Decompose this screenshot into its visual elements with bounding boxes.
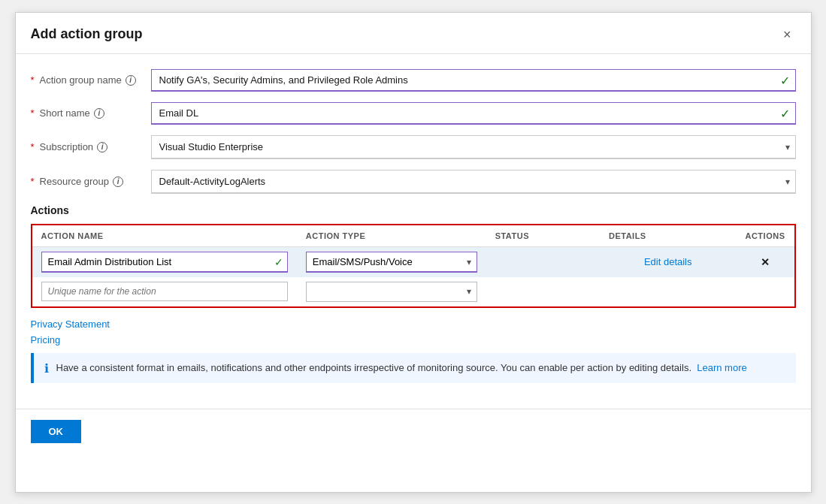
empty-action-name-cell bbox=[32, 277, 297, 306]
required-star: * bbox=[31, 176, 35, 187]
short-name-control: ✓ bbox=[151, 102, 796, 125]
delete-cell: ✕ bbox=[736, 246, 794, 277]
privacy-statement-item: Privacy Statement bbox=[31, 318, 796, 330]
empty-type-select-wrapper: Email/SMS/Push/Voice Automation Runbook … bbox=[306, 282, 477, 302]
empty-status-cell bbox=[486, 277, 600, 306]
table-empty-row: Email/SMS/Push/Voice Automation Runbook … bbox=[32, 277, 794, 306]
dialog-header: Add action group × bbox=[16, 13, 811, 54]
info-banner-icon: ℹ bbox=[44, 361, 49, 376]
info-banner: ℹ Have a consistent format in emails, no… bbox=[31, 353, 796, 383]
short-name-info-icon[interactable]: i bbox=[94, 108, 104, 119]
action-group-name-control: ✓ bbox=[151, 69, 796, 92]
pricing-item: Pricing bbox=[31, 334, 796, 346]
links-section: Privacy Statement Pricing bbox=[31, 318, 796, 346]
action-group-name-input[interactable] bbox=[151, 69, 796, 92]
subscription-select[interactable]: Visual Studio Enterprise bbox=[151, 135, 796, 159]
new-action-type-select[interactable]: Email/SMS/Push/Voice Automation Runbook … bbox=[306, 282, 477, 302]
action-group-name-check-icon: ✓ bbox=[780, 73, 790, 87]
empty-details-cell bbox=[600, 277, 737, 306]
label-text: Resource group bbox=[40, 176, 110, 187]
info-banner-text: Have a consistent format in emails, noti… bbox=[56, 361, 747, 376]
resource-group-control: Default-ActivityLogAlerts ▾ bbox=[151, 170, 796, 194]
subscription-row: * Subscription i Visual Studio Enterpris… bbox=[31, 135, 796, 159]
col-header-actions: ACTIONS bbox=[736, 225, 794, 247]
edit-details-link[interactable]: Edit details bbox=[644, 256, 692, 267]
close-button[interactable]: × bbox=[779, 25, 796, 44]
label-text: Subscription bbox=[40, 141, 94, 152]
actions-section-title: Actions bbox=[31, 204, 796, 216]
subscription-control: Visual Studio Enterprise ▾ bbox=[151, 135, 796, 159]
action-type-cell: Email/SMS/Push/Voice Automation Runbook … bbox=[297, 246, 486, 277]
actions-section: Actions ACTION NAME ACTION TYPE STATUS D… bbox=[31, 204, 796, 383]
label-text: Action group name bbox=[40, 74, 122, 86]
resource-group-row: * Resource group i Default-ActivityLogAl… bbox=[31, 170, 796, 194]
subscription-label: * Subscription i bbox=[31, 141, 151, 152]
short-name-row: * Short name i ✓ bbox=[31, 102, 796, 125]
actions-table-wrapper: ACTION NAME ACTION TYPE STATUS DETAILS A… bbox=[31, 224, 796, 308]
required-star: * bbox=[31, 107, 35, 119]
actions-table: ACTION NAME ACTION TYPE STATUS DETAILS A… bbox=[32, 225, 794, 306]
dialog-body: * Action group name i ✓ * Short name i ✓ bbox=[16, 54, 811, 403]
action-group-name-label: * Action group name i bbox=[31, 74, 151, 86]
required-star: * bbox=[31, 141, 35, 152]
dialog-footer: OK bbox=[16, 409, 811, 454]
actions-table-head: ACTION NAME ACTION TYPE STATUS DETAILS A… bbox=[32, 225, 794, 247]
col-header-action-name: ACTION NAME bbox=[32, 225, 297, 247]
action-type-select[interactable]: Email/SMS/Push/Voice Automation Runbook … bbox=[306, 252, 477, 273]
short-name-label: * Short name i bbox=[31, 107, 151, 119]
col-header-status: STATUS bbox=[486, 225, 600, 247]
delete-action-icon[interactable]: ✕ bbox=[761, 256, 770, 268]
action-name-field[interactable] bbox=[41, 252, 288, 273]
privacy-statement-link[interactable]: Privacy Statement bbox=[31, 318, 110, 330]
actions-table-header-row: ACTION NAME ACTION TYPE STATUS DETAILS A… bbox=[32, 225, 794, 247]
col-header-action-type: ACTION TYPE bbox=[297, 225, 486, 247]
short-name-input[interactable] bbox=[151, 102, 796, 125]
resource-group-select-wrapper: Default-ActivityLogAlerts ▾ bbox=[151, 170, 796, 194]
resource-group-select[interactable]: Default-ActivityLogAlerts bbox=[151, 170, 796, 194]
add-action-group-dialog: Add action group × * Action group name i… bbox=[15, 12, 812, 493]
required-star: * bbox=[31, 74, 35, 86]
col-header-details: DETAILS bbox=[600, 225, 737, 247]
action-name-cell: ✓ bbox=[32, 246, 297, 277]
empty-action-type-cell: Email/SMS/Push/Voice Automation Runbook … bbox=[297, 277, 486, 306]
details-cell: Edit details bbox=[600, 246, 737, 277]
action-group-name-info-icon[interactable]: i bbox=[126, 75, 136, 86]
action-type-select-wrapper: Email/SMS/Push/Voice Automation Runbook … bbox=[306, 252, 477, 273]
new-action-name-input[interactable] bbox=[41, 282, 288, 301]
status-cell bbox=[486, 246, 600, 277]
pricing-link[interactable]: Pricing bbox=[31, 334, 61, 346]
subscription-select-wrapper: Visual Studio Enterprise ▾ bbox=[151, 135, 796, 159]
table-row: ✓ Email/SMS/Push/Voice Automation Runboo… bbox=[32, 246, 794, 277]
short-name-check-icon: ✓ bbox=[780, 106, 790, 120]
resource-group-label: * Resource group i bbox=[31, 176, 151, 187]
ok-button[interactable]: OK bbox=[31, 420, 82, 443]
resource-group-info-icon[interactable]: i bbox=[113, 177, 123, 187]
action-name-check-icon: ✓ bbox=[274, 256, 283, 268]
action-group-name-row: * Action group name i ✓ bbox=[31, 69, 796, 92]
subscription-info-icon[interactable]: i bbox=[97, 142, 107, 152]
label-text: Short name bbox=[40, 107, 90, 119]
actions-table-body: ✓ Email/SMS/Push/Voice Automation Runboo… bbox=[32, 246, 794, 306]
empty-actions-cell bbox=[736, 277, 794, 306]
action-name-wrapper: ✓ bbox=[41, 252, 288, 273]
dialog-title: Add action group bbox=[31, 26, 143, 42]
learn-more-link[interactable]: Learn more bbox=[697, 362, 746, 373]
